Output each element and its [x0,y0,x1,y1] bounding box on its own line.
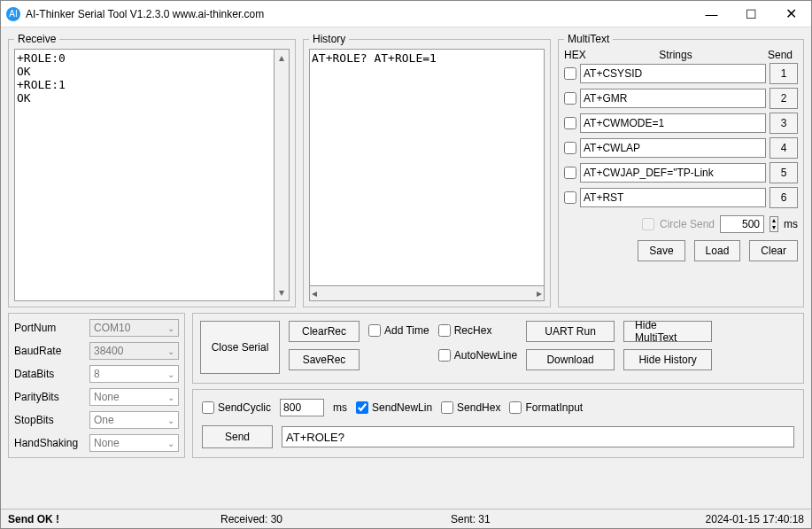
multitext-send-button[interactable]: 4 [769,137,798,159]
multitext-string-input[interactable] [580,113,766,133]
multitext-head-send: Send [762,49,798,61]
format-input-checkbox[interactable]: FormatInput [509,401,583,414]
circle-send-unit: ms [784,218,798,230]
multitext-hex-checkbox[interactable] [564,117,576,129]
auto-newline-checkbox[interactable]: AutoNewLine [438,349,517,362]
handshaking-select[interactable]: None⌄ [89,434,179,452]
multitext-head-strings: Strings [589,49,762,61]
multitext-hex-checkbox[interactable] [564,142,576,154]
multitext-row: 5 [564,162,798,183]
multitext-load-button[interactable]: Load [694,240,741,261]
multitext-row: 3 [564,113,798,134]
circle-send-spinner[interactable]: ▴▾ [769,216,778,232]
multitext-row: 2 [564,88,798,109]
circle-send-interval[interactable] [720,215,764,233]
status-time: 2024-01-15 17:40:18 [706,513,804,525]
send-button[interactable]: Send [202,425,273,448]
multitext-row: 1 [564,63,798,84]
receive-panel: Receive +ROLE:0 OK +ROLE:1 OK ▴▾ [8,33,296,307]
multitext-send-button[interactable]: 1 [769,63,798,84]
history-panel: History AT+ROLE? AT+ROLE=1 ◂▸ [303,33,551,307]
hide-history-button[interactable]: Hide History [623,349,712,370]
stopbits-select[interactable]: One⌄ [89,411,179,429]
clear-rec-button[interactable]: ClearRec [289,321,360,342]
history-legend: History [309,33,349,45]
mid-panel: Close Serial ClearRec SaveRec Add Time R… [192,313,804,384]
port-panel: PortNumCOM10⌄ BaudRate38400⌄ DataBits8⌄ … [8,313,185,458]
multitext-string-input[interactable] [580,64,766,83]
send-newline-checkbox[interactable]: SendNewLin [356,401,432,414]
app-logo-icon: AI [6,7,20,21]
multitext-row: 4 [564,137,798,159]
multitext-hex-checkbox[interactable] [564,191,576,204]
rec-hex-checkbox[interactable]: RecHex [438,324,517,337]
multitext-send-button[interactable]: 6 [769,187,798,208]
multitext-send-button[interactable]: 5 [769,162,798,183]
command-input[interactable] [282,426,794,447]
send-hex-checkbox[interactable]: SendHex [441,401,500,414]
multitext-string-input[interactable] [580,138,766,158]
multitext-string-input[interactable] [580,89,766,108]
multitext-send-button[interactable]: 3 [769,113,798,134]
history-textarea[interactable]: AT+ROLE? AT+ROLE=1 [309,49,545,286]
databits-select[interactable]: 8⌄ [89,365,179,383]
stopbits-label: StopBits [14,414,89,426]
circle-send-label: Circle Send [660,218,715,230]
circle-send-checkbox [642,218,654,230]
history-hscrollbar[interactable]: ◂▸ [309,286,545,301]
databits-label: DataBits [14,368,89,380]
handshaking-label: HandShaking [14,437,89,449]
multitext-row: 6 [564,187,798,208]
status-sent: Sent: 31 [451,513,706,525]
portnum-select[interactable]: COM10⌄ [89,319,179,337]
paritybits-select[interactable]: None⌄ [89,388,179,406]
hide-multitext-button[interactable]: Hide MultiText [623,321,712,342]
portnum-label: PortNum [14,322,89,334]
send-panel: SendCyclic ms SendNewLin SendHex FormatI… [192,389,804,458]
status-ok: Send OK ! [8,513,220,525]
baudrate-select[interactable]: 38400⌄ [89,342,179,360]
titlebar: AI AI-Thinker Serial Tool V1.2.3.0 www.a… [1,1,811,27]
multitext-hex-checkbox[interactable] [564,92,576,105]
minimize-button[interactable]: — [692,1,731,27]
multitext-hex-checkbox[interactable] [564,67,576,80]
send-cyclic-checkbox[interactable]: SendCyclic [202,401,271,414]
multitext-save-button[interactable]: Save [638,240,684,261]
window-title: AI-Thinker Serial Tool V1.2.3.0 www.ai-t… [26,8,692,20]
multitext-head-hex: HEX [564,49,589,61]
maximize-button[interactable]: ☐ [731,1,771,27]
multitext-string-input[interactable] [580,163,766,183]
receive-legend: Receive [14,33,59,45]
multitext-clear-button[interactable]: Clear [749,240,798,261]
status-bar: Send OK ! Received: 30 Sent: 31 2024-01-… [1,509,811,528]
close-button[interactable]: ✕ [771,1,811,27]
receive-textarea[interactable]: +ROLE:0 OK +ROLE:1 OK [14,49,275,301]
send-cyclic-interval[interactable] [280,399,324,416]
status-received: Received: 30 [220,513,451,525]
save-rec-button[interactable]: SaveRec [289,349,360,370]
multitext-panel: MultiText HEX Strings Send 123456 Circle… [558,33,804,307]
receive-scrollbar[interactable]: ▴▾ [275,49,290,301]
close-serial-button[interactable]: Close Serial [200,321,280,374]
baudrate-label: BaudRate [14,345,89,357]
download-button[interactable]: Download [526,349,615,370]
paritybits-label: ParityBits [14,391,89,403]
multitext-legend: MultiText [564,33,613,45]
multitext-string-input[interactable] [580,188,766,207]
uart-run-button[interactable]: UART Run [526,321,615,342]
multitext-hex-checkbox[interactable] [564,167,576,179]
add-time-checkbox[interactable]: Add Time [368,324,429,337]
multitext-send-button[interactable]: 2 [769,88,798,109]
send-cyclic-unit: ms [333,401,347,414]
